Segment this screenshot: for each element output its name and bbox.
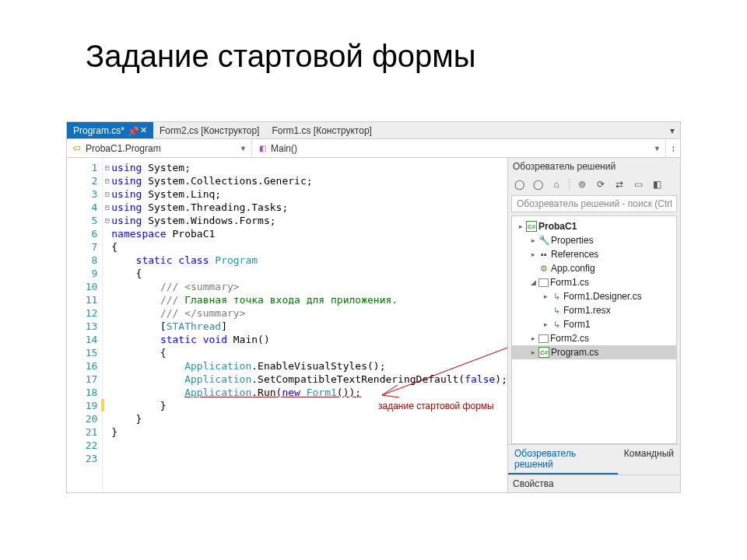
editor-tab-strip: Program.cs* 📌 ✕ Form2.cs [Конструктор] F… — [67, 122, 680, 139]
code-line[interactable]: [STAThread] — [111, 320, 507, 333]
tree-node[interactable]: ▸🔧Properties — [512, 233, 676, 247]
code-line[interactable]: { — [111, 346, 507, 359]
code-line[interactable]: } — [111, 412, 507, 425]
expander-icon[interactable]: ▸ — [542, 320, 549, 328]
tab-label: Form2.cs [Конструктор] — [160, 125, 259, 136]
code-line[interactable]: /// Главная точка входа для приложения. — [111, 293, 507, 306]
pin-icon: 📌 — [128, 126, 137, 135]
nav-scope-label: ProbaC1.Program — [86, 143, 161, 154]
tab-overflow-icon[interactable]: ▾ — [665, 122, 680, 138]
tree-node-label: Properties — [551, 235, 594, 246]
sync-icon[interactable]: ⊚ — [574, 177, 590, 192]
split-icon[interactable]: ↕ — [666, 139, 680, 157]
cs-icon: C# — [526, 221, 537, 232]
fold-toggle[interactable]: ⊟ — [103, 214, 111, 227]
slide-title: Задание стартовой формы — [0, 0, 747, 89]
fold-toggle[interactable]: ⊟ — [103, 187, 111, 201]
code-editor[interactable]: 1234567891011121314151617181920212223 ⊟⊟… — [67, 158, 507, 492]
fold-toggle[interactable]: ⊟ — [103, 201, 111, 214]
line-number: 14 — [67, 333, 97, 346]
code-line[interactable]: Application.Run(new Form1()); — [111, 386, 507, 399]
solution-tree[interactable]: ▸C#ProbaC1▸🔧Properties▸▪▪References⚙App.… — [511, 215, 677, 444]
tree-node[interactable]: ▸C#Program.cs — [512, 345, 676, 359]
line-number: 18 — [67, 386, 97, 399]
fold-gutter[interactable]: ⊟⊟⊟⊟⊟ — [103, 158, 111, 492]
tree-node-label: App.config — [551, 263, 595, 274]
line-number: 4 — [67, 201, 97, 214]
forward-icon[interactable]: ◯ — [530, 177, 545, 192]
code-line[interactable]: Application.EnableVisualStyles(); — [111, 359, 507, 373]
tree-node[interactable]: ▸▪▪References — [512, 247, 676, 261]
expander-icon[interactable]: ▸ — [517, 222, 524, 230]
tree-node-label: Form2.cs — [550, 333, 589, 344]
tree-node[interactable]: ▸C#ProbaC1 — [512, 219, 676, 233]
nav-scope-dropdown[interactable]: 🏷 ProbaC1.Program ▼ — [67, 139, 252, 157]
tab-label: Program.cs* — [73, 125, 124, 136]
expander-icon[interactable]: ▸ — [529, 334, 537, 342]
tree-node[interactable]: ▸↳Form1.Designer.cs — [512, 289, 676, 303]
fold-toggle[interactable]: ⊟ — [103, 161, 111, 174]
code-line[interactable]: /// </summary> — [111, 306, 507, 320]
tree-node[interactable]: ↳Form1.resx — [512, 303, 676, 317]
code-area[interactable]: using System;using System.Collections.Ge… — [111, 158, 507, 492]
home-icon[interactable]: ⌂ — [549, 177, 564, 192]
annotation-text: задание стартовой формы — [378, 401, 494, 411]
code-line[interactable]: } — [111, 425, 507, 439]
properties-icon[interactable]: ◧ — [649, 177, 665, 192]
tree-node-label: Program.cs — [551, 347, 598, 358]
line-number-gutter: 1234567891011121314151617181920212223 — [67, 158, 103, 492]
expander-icon[interactable]: ▸ — [529, 250, 537, 258]
tab-program-cs[interactable]: Program.cs* 📌 ✕ — [67, 122, 153, 138]
code-line[interactable]: { — [111, 240, 507, 254]
solution-search-input[interactable]: Обозреватель решений - поиск (Ctrl — [511, 195, 677, 212]
tree-node-label: References — [551, 249, 598, 260]
ref-icon: ▪▪ — [538, 249, 549, 260]
tree-node[interactable]: ⚙App.config — [512, 261, 676, 275]
code-line[interactable]: using System.Threading.Tasks; — [111, 201, 507, 214]
nav-member-label: Main() — [271, 143, 297, 154]
close-icon[interactable]: ✕ — [140, 125, 147, 135]
line-number: 16 — [67, 359, 97, 373]
line-number: 11 — [67, 293, 97, 306]
toolbar-separator — [569, 178, 570, 191]
expander-icon[interactable]: ▸ — [529, 236, 537, 244]
solution-explorer-panel: Обозреватель решений ◯ ◯ ⌂ ⊚ ⟳ ⇄ ▭ ◧ Обо… — [507, 158, 680, 492]
tree-node[interactable]: ▸Form2.cs — [512, 331, 676, 345]
line-number: 15 — [67, 346, 97, 359]
editor-body: 1234567891011121314151617181920212223 ⊟⊟… — [67, 158, 680, 492]
fold-toggle[interactable]: ⊟ — [103, 174, 111, 187]
code-line[interactable]: using System; — [111, 161, 507, 174]
class-icon: 🏷 — [72, 143, 82, 154]
code-line[interactable]: Application.SetCompatibleTextRenderingDe… — [111, 373, 507, 386]
line-number: 12 — [67, 306, 97, 320]
collapse-icon[interactable]: ⇄ — [612, 177, 627, 192]
tab-form1[interactable]: Form1.cs [Конструктор] — [265, 122, 377, 138]
code-line[interactable]: using System.Linq; — [111, 187, 507, 201]
solution-tab-team[interactable]: Командный — [618, 445, 680, 474]
line-number: 23 — [67, 452, 97, 465]
form-icon — [538, 278, 549, 287]
line-number: 6 — [67, 227, 97, 240]
refresh-icon[interactable]: ⟳ — [593, 177, 608, 192]
tree-node-label: Form1.resx — [563, 305, 611, 316]
nav-member-dropdown[interactable]: ◧ Main() ▼ — [252, 139, 666, 157]
code-line[interactable]: using System.Collections.Generic; — [111, 174, 507, 187]
line-number: 17 — [67, 373, 97, 386]
code-line[interactable]: namespace ProbaC1 — [111, 227, 507, 240]
solution-explorer-title: Обозреватель решений — [508, 158, 680, 175]
expander-icon[interactable]: ▸ — [542, 292, 549, 300]
solution-tab-explorer[interactable]: Обозреватель решений — [508, 445, 618, 474]
tree-node[interactable]: ▸↳Form1 — [512, 317, 676, 331]
method-icon: ◧ — [257, 143, 268, 154]
tab-form2[interactable]: Form2.cs [Конструктор] — [153, 122, 265, 138]
show-all-icon[interactable]: ▭ — [630, 177, 646, 192]
tree-node[interactable]: ◢Form1.cs — [512, 275, 676, 289]
code-line[interactable]: { — [111, 267, 507, 280]
expander-icon[interactable]: ▸ — [529, 348, 537, 356]
expander-icon[interactable]: ◢ — [529, 278, 537, 286]
code-line[interactable]: static void Main() — [111, 333, 507, 346]
code-line[interactable]: /// <summary> — [111, 280, 507, 293]
back-icon[interactable]: ◯ — [511, 177, 527, 192]
code-line[interactable]: using System.Windows.Forms; — [111, 214, 507, 227]
code-line[interactable]: static class Program — [111, 254, 507, 267]
